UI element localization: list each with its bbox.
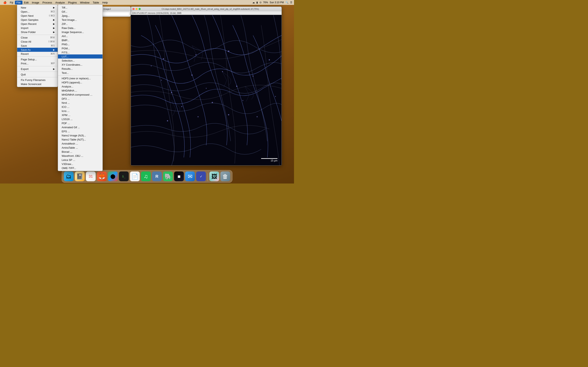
saveas-df3[interactable]: DF3 ... [58, 97, 103, 101]
apple-menu[interactable]: 🍎 [2, 1, 8, 4]
saveas-lut[interactable]: LUT... [58, 54, 103, 58]
menubar-plugins[interactable]: Plugins [66, 1, 78, 4]
saveas-text-image[interactable]: Text Image... [58, 18, 103, 22]
image-traffic-lights [132, 8, 141, 10]
saveas-text[interactable]: Text... [58, 71, 103, 75]
control-center-icon[interactable]: ☰ [290, 1, 292, 4]
dock-item-notes[interactable]: 📓 [75, 171, 85, 181]
menu-quit[interactable]: Quit [17, 72, 58, 76]
saveas-lss16[interactable]: LSS16 ... [58, 117, 103, 121]
menubar-file[interactable]: File [15, 1, 22, 4]
image-max-btn[interactable] [139, 8, 141, 10]
menu-new[interactable]: New ▶ [17, 6, 58, 9]
svg-point-7 [171, 92, 172, 93]
image-close-btn[interactable] [132, 8, 135, 10]
scale-bar-line [261, 158, 277, 159]
menubar-window[interactable]: Window [78, 1, 91, 4]
menu-import[interactable]: Import ▶ [17, 26, 58, 30]
menubar: 🍎 Fiji File Edit Image Process Analyze P… [0, 0, 294, 5]
menu-open[interactable]: Open... ⌘O [17, 9, 58, 14]
saveas-fits[interactable]: FITS... [58, 50, 103, 54]
saveas-nanoj-table[interactable]: NanoJ Table (NJT)... [58, 137, 103, 142]
saveas-png[interactable]: PNG... [58, 42, 103, 46]
scale-bar: 15 µm [261, 158, 277, 162]
menu-print[interactable]: Print... ⌘P [17, 61, 58, 66]
saveas-mhd-mha-compressed[interactable]: MHD/MHA compressed ... [58, 92, 103, 97]
svg-point-14 [198, 116, 199, 117]
saveas-nrrd[interactable]: Nrrd ... [58, 101, 103, 105]
menu-save[interactable]: Save ⌘S [17, 44, 58, 48]
saveas-selection[interactable]: Selection... [58, 58, 103, 63]
menubar-fiji[interactable]: Fiji [8, 1, 15, 4]
menu-open-samples[interactable]: Open Samples ▶ [17, 18, 58, 22]
dock-item-finder[interactable]: 🗂 [64, 171, 74, 181]
saveas-tiff[interactable]: Tiff... [58, 6, 103, 9]
svg-point-18 [269, 59, 270, 60]
dock-item-photos[interactable]: 🖼 [209, 171, 219, 181]
menubar-table[interactable]: Table [91, 1, 101, 4]
saveas-zip[interactable]: ZIP... [58, 22, 103, 26]
menubar-image[interactable]: Image [30, 1, 41, 4]
svg-point-17 [252, 76, 254, 77]
saveas-results[interactable]: Results... [58, 67, 103, 71]
dock-item-todo[interactable]: ✓ [196, 171, 206, 181]
saveas-xy-coordinates[interactable]: XY Coordinates... [58, 63, 103, 67]
saveas-biorad[interactable]: Biorad ... [58, 150, 103, 154]
menu-close-all[interactable]: Close All ⇧⌘W [17, 40, 58, 44]
dock-item-terminal[interactable]: $_ [119, 171, 129, 181]
menubar-help[interactable]: Help [101, 1, 109, 4]
saveas-raw-data[interactable]: Raw Data... [58, 26, 103, 30]
image-min-btn[interactable] [136, 8, 138, 10]
saveas-pgm[interactable]: PGM... [58, 46, 103, 50]
dock-item-email[interactable]: ✉ [185, 171, 195, 181]
saveas-icns[interactable]: Icns ... [58, 109, 103, 113]
menu-open-recent[interactable]: Open Recent ▶ [17, 22, 58, 26]
dock-item-firefox[interactable]: 🦊 [97, 171, 107, 181]
menubar-analyze[interactable]: Analyze [54, 1, 66, 4]
dock-item-rstudio[interactable]: R [152, 171, 162, 181]
saveas-hdf5-append[interactable]: HDF5 (append)... [58, 80, 103, 84]
saveas-xpm[interactable]: XPM ... [58, 113, 103, 117]
saveas-wavefront-obj[interactable]: Wavefront .OBJ ... [58, 154, 103, 158]
saveas-image-sequence[interactable]: Image Sequence... [58, 30, 103, 34]
saveas-ome-tiff[interactable]: OME-TIFF... [58, 166, 103, 170]
saveas-hdf5-new[interactable]: HDF5 (new or replace)... [58, 76, 103, 80]
menubar-process[interactable]: Process [41, 1, 54, 4]
dock-item-files[interactable]: 📄 [130, 171, 140, 181]
menu-fix-filenames[interactable]: Fix Funny Filenames [17, 78, 58, 82]
separator-1 [17, 35, 58, 35]
menu-save-as[interactable]: Save As ▶ [17, 48, 58, 52]
saveas-animated-gif[interactable]: Animated Gif ... [58, 125, 103, 129]
saveas-avi[interactable]: AVI... [58, 34, 103, 38]
saveas-pdf[interactable]: PDF ... [58, 121, 103, 125]
menubar-edit[interactable]: Edit [22, 1, 30, 4]
saveas-analyze[interactable]: Analyze... [58, 84, 103, 89]
saveas-amira-table[interactable]: AmiraTable ... [58, 146, 103, 150]
dock-item-trash[interactable]: 🗑 [221, 171, 230, 181]
saveas-gif[interactable]: Gif... [58, 9, 103, 14]
saveas-jpeg[interactable]: Jpeg... [58, 14, 103, 18]
saveas-eps[interactable]: EPS ... [58, 129, 103, 133]
saveas-nanoj-image[interactable]: NanoJ image (NJI)... [58, 133, 103, 137]
menu-revert[interactable]: Revert ⌘R [17, 52, 58, 56]
dock-item-calendar[interactable]: 31 [86, 171, 96, 181]
menu-make-screencast[interactable]: Make Screencast [17, 82, 58, 86]
menu-export[interactable]: Export ▶ [17, 67, 58, 71]
menu-show-folder[interactable]: Show Folder ▶ [17, 30, 58, 34]
saveas-mhd-mha[interactable]: MHD/MHA ... [58, 89, 103, 92]
dock-item-evernote[interactable]: 🐘 [163, 171, 173, 181]
menu-page-setup[interactable]: Page Setup... [17, 57, 58, 61]
menu-open-next[interactable]: Open Next ⇧⌘O [17, 14, 58, 18]
dock-item-jetbrains[interactable]: ◼ [174, 171, 184, 181]
saveas-v3draw[interactable]: V3Draw... [58, 162, 103, 166]
search-icon[interactable]: 🔍 [285, 1, 288, 4]
svg-rect-0 [131, 15, 282, 165]
dock-item-chrome[interactable]: ⬤ [108, 171, 118, 181]
saveas-leica-sp[interactable]: Leica SP ... [58, 158, 103, 162]
saveas-bmp[interactable]: BMP... [58, 38, 103, 42]
dock-item-spotify[interactable]: ♫ [141, 171, 151, 181]
svg-point-6 [222, 71, 223, 72]
menu-close[interactable]: Close ⌘W [17, 35, 58, 40]
saveas-ico[interactable]: ICO ... [58, 105, 103, 109]
saveas-amira-mesh[interactable]: AmiraMesh ... [58, 142, 103, 146]
